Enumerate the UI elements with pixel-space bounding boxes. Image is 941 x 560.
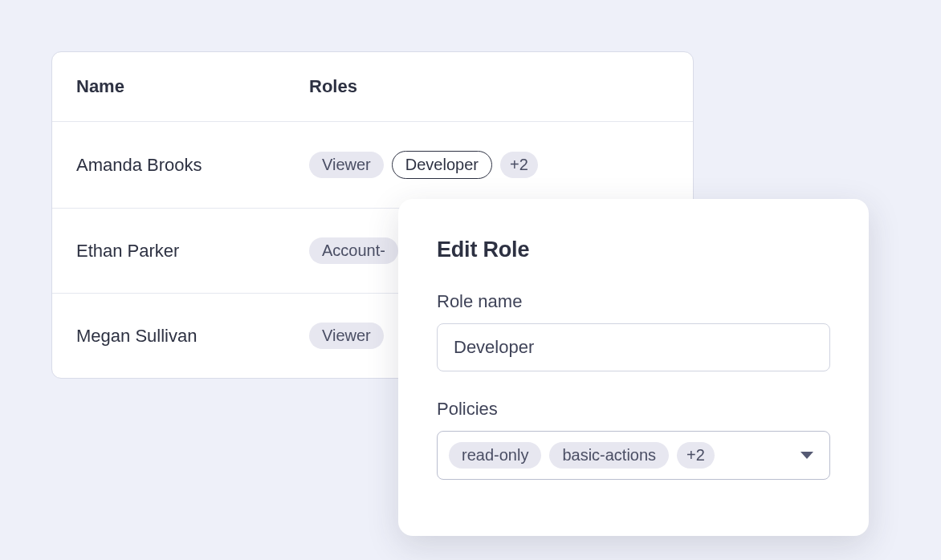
column-header-name: Name [76,76,309,97]
column-header-roles: Roles [309,76,357,97]
table-header-row: Name Roles [52,52,693,122]
policies-label: Policies [437,399,830,420]
policy-pill[interactable]: read-only [449,442,541,469]
user-name-cell: Amanda Brooks [76,155,309,176]
role-overflow-count[interactable]: +2 [500,152,538,178]
policy-overflow-count[interactable]: +2 [677,442,715,469]
user-name-cell: Megan Sullivan [76,326,309,347]
user-roles-cell: Account- [309,237,398,264]
popover-title: Edit Role [437,237,830,262]
role-pill[interactable]: Account- [309,237,398,264]
role-pill[interactable]: Viewer [309,152,384,178]
role-name-label: Role name [437,291,830,312]
chevron-down-icon [800,452,813,459]
edit-role-popover: Edit Role Role name Policies read-only b… [398,199,869,536]
user-roles-cell: Viewer [309,323,384,349]
table-row[interactable]: Amanda Brooks Viewer Developer +2 [52,122,693,209]
role-pill-selected[interactable]: Developer [392,151,492,179]
policy-pill[interactable]: basic-actions [549,442,669,469]
user-name-cell: Ethan Parker [76,241,309,262]
role-name-input[interactable] [437,323,830,371]
policies-select[interactable]: read-only basic-actions +2 [437,431,830,480]
policies-pills-container: read-only basic-actions +2 [449,442,715,469]
role-pill[interactable]: Viewer [309,323,384,349]
user-roles-cell: Viewer Developer +2 [309,151,538,179]
